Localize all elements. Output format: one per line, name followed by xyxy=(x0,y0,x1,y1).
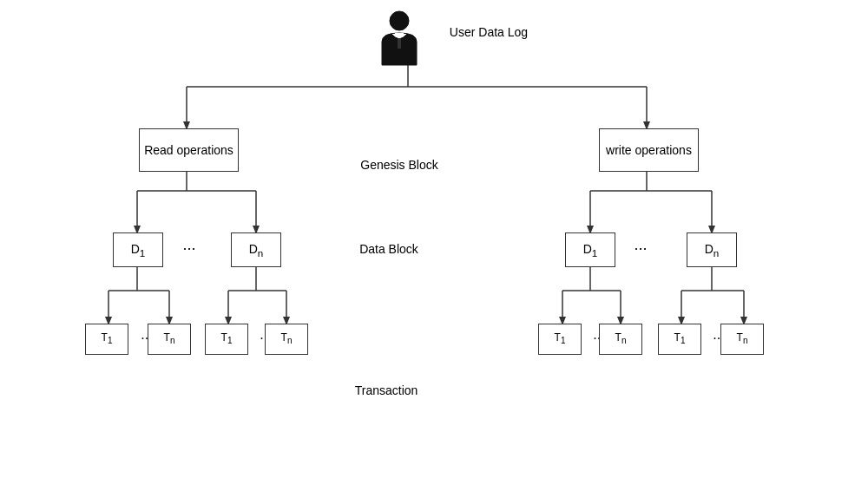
svg-point-49 xyxy=(390,11,409,30)
user-icon xyxy=(373,9,425,61)
read-operations-node: Read operations xyxy=(139,128,239,172)
read-d1-node: D1 xyxy=(113,232,163,267)
data-block-label: Data Block xyxy=(337,236,441,262)
read-dn-tn-node: Tn xyxy=(265,324,308,355)
read-dn-t1-node: T1 xyxy=(205,324,248,355)
svg-rect-50 xyxy=(398,38,401,49)
read-dn-node: Dn xyxy=(231,232,281,267)
write-d1-node: D1 xyxy=(565,232,615,267)
transaction-label: Transaction xyxy=(330,377,443,403)
write-dn-t1-node: T1 xyxy=(658,324,701,355)
write-d1-t1-node: T1 xyxy=(538,324,582,355)
dots-write-level2-1: ··· xyxy=(623,236,658,262)
user-data-log-label: User Data Log xyxy=(432,19,545,45)
write-d1-tn-node: Tn xyxy=(599,324,642,355)
genesis-block-label: Genesis Block xyxy=(343,152,456,178)
write-operations-node: write operations xyxy=(599,128,699,172)
dots-read-level2-1: ··· xyxy=(172,236,207,262)
diagram: User Data Log Read operations Genesis Bl… xyxy=(0,0,868,491)
read-d1-tn-node: Tn xyxy=(148,324,191,355)
write-dn-node: Dn xyxy=(687,232,737,267)
write-dn-tn-node: Tn xyxy=(720,324,764,355)
read-d1-t1-node: T1 xyxy=(85,324,128,355)
